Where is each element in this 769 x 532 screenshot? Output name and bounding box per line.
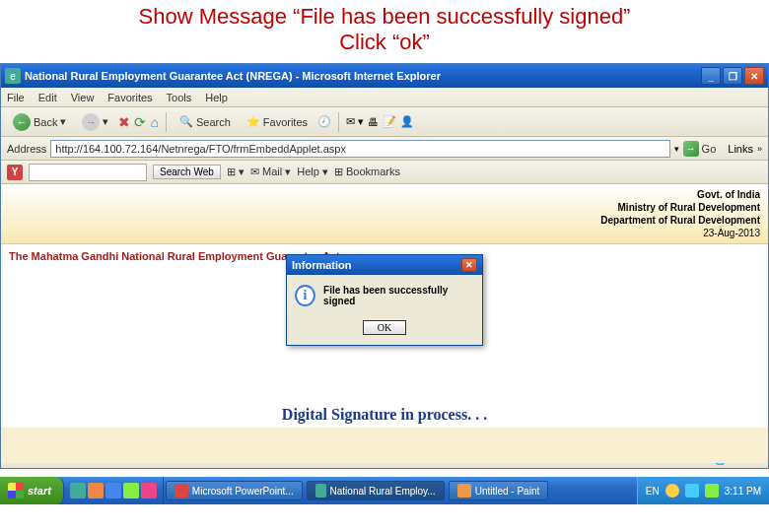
back-icon: ← bbox=[13, 113, 31, 131]
msn-button[interactable]: 👤 bbox=[400, 115, 414, 128]
yahoo-toolbar: Y Search Web ⊞ ▾ ✉ Mail ▾ Help ▾ ⊞ Bookm… bbox=[1, 161, 768, 184]
search-web-button[interactable]: Search Web bbox=[153, 165, 221, 179]
quick-launch bbox=[64, 477, 164, 504]
home-button[interactable]: ⌂ bbox=[150, 114, 158, 130]
ql-icon-5[interactable] bbox=[141, 483, 157, 499]
star-icon: ⭐ bbox=[246, 115, 260, 128]
back-button[interactable]: ←Back ▾ bbox=[7, 111, 72, 133]
forward-icon: → bbox=[82, 113, 100, 131]
instruction-line1: Show Message “File has been successfully… bbox=[0, 4, 769, 30]
instruction-line2: Click “ok” bbox=[0, 30, 769, 55]
signature-status: Digital Signature in process. . . bbox=[1, 406, 768, 424]
history-button[interactable]: 🕗 bbox=[317, 115, 331, 128]
paint-icon bbox=[457, 484, 471, 498]
page-header: Govt. of India Ministry of Rural Develop… bbox=[1, 184, 768, 244]
go-icon: → bbox=[683, 141, 699, 157]
ql-icon-1[interactable] bbox=[70, 483, 86, 499]
address-input[interactable] bbox=[50, 140, 669, 158]
stop-button[interactable]: ✖ bbox=[118, 114, 130, 130]
start-button[interactable]: start bbox=[0, 477, 64, 504]
help-dropdown[interactable]: Help ▾ bbox=[297, 166, 328, 178]
tray-icon-2[interactable] bbox=[685, 484, 699, 498]
taskbar-item-powerpoint[interactable]: Microsoft PowerPoint... bbox=[166, 481, 303, 500]
yahoo-search-input[interactable] bbox=[29, 164, 147, 181]
close-button[interactable]: ✕ bbox=[744, 67, 764, 85]
window-title: National Rural Employment Guarantee Act … bbox=[25, 70, 701, 82]
system-tray: EN 3:11 PM bbox=[637, 477, 769, 504]
mail-dropdown[interactable]: ✉ Mail ▾ bbox=[250, 166, 291, 178]
ql-icon-3[interactable] bbox=[105, 483, 121, 499]
menu-help[interactable]: Help bbox=[205, 92, 228, 103]
edit-page-button[interactable]: 📝 bbox=[383, 115, 396, 128]
search-icon: 🔍 bbox=[179, 115, 193, 128]
menu-file[interactable]: File bbox=[7, 92, 25, 103]
ie-task-icon bbox=[315, 484, 326, 498]
yahoo-icon[interactable]: Y bbox=[7, 165, 23, 180]
menubar: File Edit View Favorites Tools Help bbox=[1, 88, 768, 107]
mail-button[interactable]: ✉ ▾ bbox=[346, 115, 364, 128]
favorites-button[interactable]: ⭐Favorites bbox=[241, 113, 314, 130]
clock[interactable]: 3:11 PM bbox=[725, 486, 761, 497]
taskbar-item-ie[interactable]: National Rural Employ... bbox=[307, 481, 445, 500]
header-org-info: Govt. of India Ministry of Rural Develop… bbox=[600, 188, 760, 239]
menu-tools[interactable]: Tools bbox=[167, 92, 192, 103]
information-dialog: Information ✕ i File has been successful… bbox=[286, 254, 483, 346]
instruction-heading: Show Message “File has been successfully… bbox=[0, 0, 769, 63]
tray-icon-1[interactable] bbox=[665, 484, 679, 498]
dialog-body: i File has been successfully signed bbox=[287, 275, 482, 316]
language-indicator[interactable]: EN bbox=[646, 486, 660, 497]
maximize-button[interactable]: ❐ bbox=[723, 67, 742, 85]
toolbar: ←Back ▾ →▾ ✖ ⟳ ⌂ 🔍Search ⭐Favorites 🕗 ✉ … bbox=[1, 107, 768, 137]
forward-button[interactable]: →▾ bbox=[76, 111, 114, 133]
titlebar: e National Rural Employment Guarantee Ac… bbox=[1, 64, 768, 88]
bookmarks-button[interactable]: ⊞ Bookmarks bbox=[334, 166, 400, 178]
menu-edit[interactable]: Edit bbox=[38, 92, 57, 103]
info-icon: i bbox=[295, 285, 315, 306]
address-label: Address bbox=[7, 143, 46, 155]
go-button[interactable]: →Go bbox=[683, 141, 717, 157]
dialog-title-text: Information bbox=[292, 259, 352, 271]
search-button[interactable]: 🔍Search bbox=[174, 113, 237, 130]
taskbar-item-paint[interactable]: Untitled - Paint bbox=[449, 481, 549, 500]
ie-icon: e bbox=[5, 68, 21, 84]
menu-view[interactable]: View bbox=[71, 92, 95, 103]
ql-icon-2[interactable] bbox=[88, 483, 104, 499]
content-strip bbox=[1, 428, 768, 463]
minimize-button[interactable]: _ bbox=[701, 67, 721, 85]
taskbar: start Microsoft PowerPoint... National R… bbox=[0, 477, 769, 504]
dialog-message: File has been successfully signed bbox=[323, 285, 474, 306]
tray-icon-3[interactable] bbox=[705, 484, 719, 498]
links-label[interactable]: Links bbox=[728, 143, 753, 155]
dialog-titlebar: Information ✕ bbox=[287, 255, 482, 275]
print-button[interactable]: 🖶 bbox=[368, 116, 379, 128]
dialog-close-button[interactable]: ✕ bbox=[461, 258, 477, 272]
ql-icon-4[interactable] bbox=[123, 483, 139, 499]
addressbar: Address ▾ →Go Links » bbox=[1, 137, 768, 161]
powerpoint-icon bbox=[175, 484, 188, 498]
refresh-button[interactable]: ⟳ bbox=[134, 114, 146, 130]
menu-favorites[interactable]: Favorites bbox=[107, 92, 152, 103]
windows-logo-icon bbox=[8, 483, 24, 499]
ok-button[interactable]: OK bbox=[363, 320, 406, 335]
popup-blocker-icon[interactable]: ⊞ ▾ bbox=[227, 166, 245, 178]
